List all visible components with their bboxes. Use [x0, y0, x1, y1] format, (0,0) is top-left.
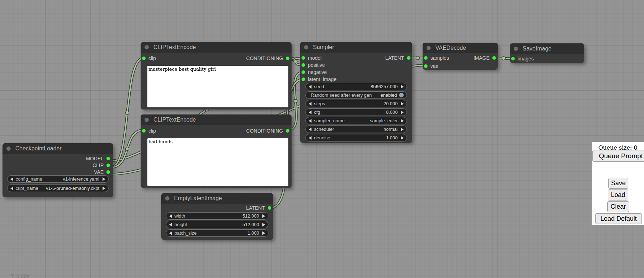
- output-port-model[interactable]: [106, 157, 110, 160]
- widget-denoise[interactable]: denoise 1.000: [305, 134, 407, 141]
- decrement-arrow-icon[interactable]: [309, 85, 311, 89]
- output-row: LATENT: [161, 204, 273, 212]
- output-port-latent[interactable]: [268, 206, 271, 210]
- output-port-image[interactable]: [492, 56, 496, 60]
- negative-prompt-textarea[interactable]: bad hands: [147, 138, 288, 186]
- input-label: clip: [148, 55, 156, 61]
- increment-arrow-icon[interactable]: [103, 177, 105, 181]
- increment-arrow-icon[interactable]: [401, 102, 404, 106]
- widget-config-name[interactable]: config_name v1-inference.yaml: [7, 175, 109, 183]
- input-port-clip[interactable]: [142, 57, 146, 60]
- collapse-dot-icon[interactable]: [165, 196, 169, 201]
- input-port-vae[interactable]: [424, 64, 428, 68]
- decrement-arrow-icon[interactable]: [309, 128, 311, 131]
- widget-label: cfg: [314, 109, 320, 115]
- node-title-bar[interactable]: VAEDecode: [423, 43, 498, 53]
- load-button[interactable]: Load: [608, 189, 628, 201]
- positive-prompt-textarea[interactable]: masterpiece best quality girl: [147, 66, 288, 107]
- input-port-model[interactable]: [302, 56, 305, 60]
- widget-label: Random seed after every gen: [311, 92, 372, 98]
- decrement-arrow-icon[interactable]: [309, 119, 311, 123]
- increment-arrow-icon[interactable]: [103, 187, 105, 190]
- increment-arrow-icon[interactable]: [401, 136, 404, 140]
- output-label: IMAGE: [473, 55, 489, 61]
- output-label: MODEL: [86, 156, 104, 161]
- node-title-bar[interactable]: CheckpointLoader: [2, 143, 113, 154]
- widget-label: batch_size: [174, 230, 197, 236]
- increment-arrow-icon[interactable]: [401, 128, 404, 131]
- widget-scheduler[interactable]: scheduler normal: [305, 125, 407, 133]
- input-port-clip[interactable]: [142, 129, 146, 133]
- collapse-dot-icon[interactable]: [145, 45, 149, 49]
- widget-width[interactable]: width 512.000: [166, 212, 268, 220]
- queue-panel: Queue size: 0 Queue Prompt Save Load Cle…: [592, 142, 644, 225]
- widget-value: 20.000: [383, 101, 398, 106]
- port-row: samples IMAGE: [423, 53, 498, 63]
- widget-ckpt-name[interactable]: ckpt_name v1-5-pruned-emaonly.ckpt: [7, 185, 109, 192]
- output-row: MODEL: [2, 155, 113, 162]
- widget-value: enabled: [381, 92, 397, 98]
- link-midpoint-dot: [294, 60, 297, 63]
- widget-random-seed-toggle[interactable]: Random seed after every gen enabled: [305, 91, 407, 99]
- node-title-bar[interactable]: CLIPTextEncode: [141, 42, 292, 53]
- decrement-arrow-icon[interactable]: [309, 136, 311, 140]
- decrement-arrow-icon[interactable]: [10, 177, 13, 181]
- node-title-bar[interactable]: CLIPTextEncode: [141, 114, 292, 125]
- link-midpoint-dot: [502, 57, 506, 60]
- collapse-dot-icon[interactable]: [514, 47, 518, 51]
- clear-button[interactable]: Clear: [607, 201, 629, 212]
- output-port-conditioning[interactable]: [286, 129, 289, 133]
- node-title-bar[interactable]: EmptyLatentImage: [161, 193, 273, 204]
- increment-arrow-icon[interactable]: [401, 111, 404, 114]
- node-title: CLIPTextEncode: [153, 44, 196, 50]
- input-port-latent-image[interactable]: [302, 77, 305, 81]
- collapse-dot-icon[interactable]: [426, 46, 431, 50]
- input-port-samples[interactable]: [424, 56, 428, 60]
- increment-arrow-icon[interactable]: [262, 214, 265, 218]
- widget-height[interactable]: height 512.000: [166, 221, 268, 228]
- save-button[interactable]: Save: [608, 178, 628, 189]
- input-label: latent_image: [308, 76, 336, 82]
- load-default-button[interactable]: Load Default: [595, 213, 642, 224]
- input-port-positive[interactable]: [302, 63, 305, 67]
- widget-label: denoise: [314, 135, 330, 140]
- node-emptylatentimage: EmptyLatentImage LATENT width 512.000 he…: [161, 193, 273, 240]
- queue-prompt-button[interactable]: Queue Prompt: [592, 150, 644, 162]
- node-title-bar[interactable]: SaveImage: [510, 43, 584, 54]
- collapse-dot-icon[interactable]: [145, 118, 149, 122]
- toggle-dot-icon[interactable]: [399, 93, 404, 97]
- comfyui-canvas[interactable]: { "colors":{"link":"#a9c79b","link_outli…: [0, 0, 644, 278]
- output-port-clip[interactable]: [106, 164, 110, 167]
- increment-arrow-icon[interactable]: [401, 85, 404, 89]
- decrement-arrow-icon[interactable]: [10, 187, 13, 190]
- widget-batch-size[interactable]: batch_size 1.000: [166, 229, 268, 237]
- output-port-vae[interactable]: [106, 170, 110, 174]
- decrement-arrow-icon[interactable]: [309, 102, 311, 106]
- input-port-negative[interactable]: [302, 70, 305, 74]
- widget-sampler-name[interactable]: sampler_name sample_euler: [305, 117, 407, 124]
- output-label: LATENT: [385, 55, 404, 61]
- increment-arrow-icon[interactable]: [401, 119, 404, 123]
- widget-label: width: [174, 213, 185, 219]
- output-port-conditioning[interactable]: [286, 57, 289, 60]
- decrement-arrow-icon[interactable]: [169, 231, 172, 235]
- link-midpoint-dot: [294, 100, 297, 103]
- widget-steps[interactable]: steps 20.000: [305, 100, 407, 107]
- decrement-arrow-icon[interactable]: [169, 214, 172, 218]
- widget-seed[interactable]: seed 8566257.000: [305, 83, 407, 90]
- collapse-dot-icon[interactable]: [6, 146, 11, 151]
- node-checkpointloader: CheckpointLoader MODEL CLIP VAE config_n…: [2, 143, 113, 197]
- increment-arrow-icon[interactable]: [262, 223, 265, 226]
- increment-arrow-icon[interactable]: [262, 231, 265, 235]
- output-label: LATENT: [246, 205, 265, 211]
- widget-label: config_name: [16, 176, 42, 182]
- collapse-dot-icon[interactable]: [304, 45, 308, 49]
- input-port-images[interactable]: [511, 57, 515, 60]
- node-title-bar[interactable]: Sampler: [300, 42, 412, 53]
- widget-label: scheduler: [314, 127, 334, 132]
- decrement-arrow-icon[interactable]: [309, 111, 311, 114]
- decrement-arrow-icon[interactable]: [169, 223, 172, 226]
- output-port-latent[interactable]: [407, 56, 410, 60]
- input-label: positive: [308, 62, 325, 68]
- widget-cfg[interactable]: cfg 8.000: [305, 108, 407, 116]
